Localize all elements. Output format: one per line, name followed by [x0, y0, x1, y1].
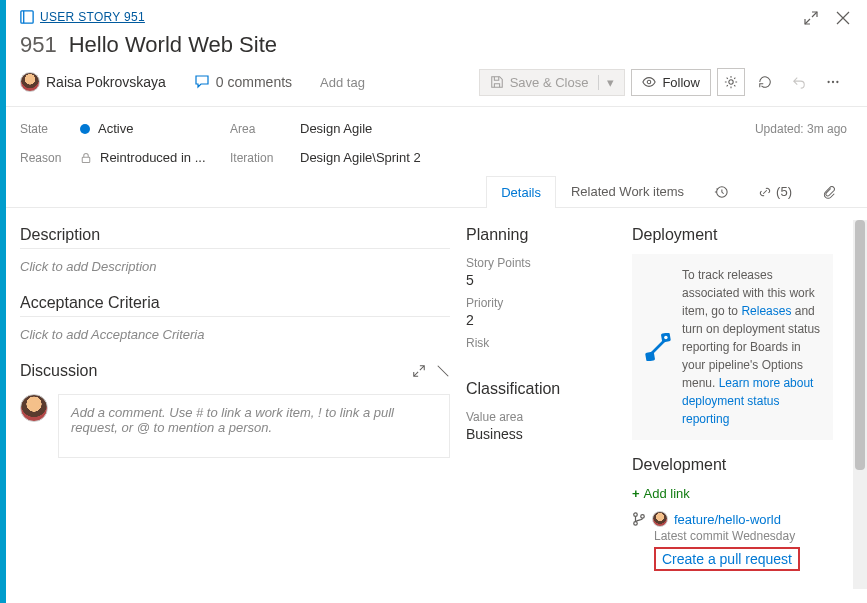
add-tag-button[interactable]: Add tag [320, 75, 365, 90]
refresh-icon [758, 75, 772, 89]
svg-point-13 [634, 522, 638, 526]
branch-icon [632, 512, 646, 526]
planning-heading: Planning [466, 226, 616, 248]
risk-label: Risk [466, 336, 616, 350]
eye-icon [642, 75, 656, 89]
svg-point-5 [832, 81, 834, 83]
reason-value: Reintroduced in ... [100, 150, 206, 165]
scrollbar-thumb[interactable] [855, 220, 865, 470]
save-close-label: Save & Close [510, 75, 589, 90]
save-close-button: Save & Close ▾ [479, 69, 626, 96]
deployment-info-card: To track releases associated with this w… [632, 254, 833, 440]
description-placeholder[interactable]: Click to add Description [20, 253, 450, 288]
svg-rect-1 [23, 11, 24, 23]
acceptance-heading: Acceptance Criteria [20, 294, 450, 317]
discussion-heading: Discussion [20, 362, 97, 380]
scrollbar[interactable] [853, 220, 867, 589]
svg-point-4 [827, 81, 829, 83]
state-picker[interactable]: Active [80, 121, 230, 136]
comment-input[interactable]: Add a comment. Use # to link a work item… [58, 394, 450, 458]
collapse-icon[interactable] [436, 364, 450, 378]
area-label: Area [230, 122, 300, 136]
svg-point-3 [729, 80, 733, 84]
undo-button[interactable] [785, 68, 813, 96]
branch-item[interactable]: feature/hello-world [632, 511, 833, 527]
tab-details[interactable]: Details [486, 176, 556, 208]
add-link-label: Add link [644, 486, 690, 501]
value-area-value[interactable]: Business [466, 426, 616, 442]
work-item-id: 951 [20, 32, 57, 58]
svg-point-11 [664, 336, 668, 340]
tab-links[interactable]: (5) [743, 175, 807, 207]
more-actions-button[interactable] [819, 68, 847, 96]
tab-links-count: (5) [776, 184, 792, 199]
acceptance-placeholder[interactable]: Click to add Acceptance Criteria [20, 321, 450, 356]
development-heading: Development [632, 456, 833, 478]
undo-icon [792, 75, 806, 89]
commit-meta: Latest commit Wednesday [632, 529, 833, 543]
state-value: Active [98, 121, 133, 136]
story-points-value[interactable]: 5 [466, 272, 616, 288]
tab-history[interactable] [699, 175, 743, 207]
priority-value[interactable]: 2 [466, 312, 616, 328]
close-icon[interactable] [835, 10, 851, 29]
follow-button[interactable]: Follow [631, 69, 711, 96]
value-area-label: Value area [466, 410, 616, 424]
work-item-title[interactable]: Hello World Web Site [69, 32, 277, 58]
add-link-button[interactable]: + Add link [632, 486, 833, 501]
svg-rect-0 [21, 11, 33, 23]
classification-heading: Classification [466, 380, 616, 402]
follow-label: Follow [662, 75, 700, 90]
avatar [652, 511, 668, 527]
state-label: State [20, 122, 80, 136]
tab-attachments[interactable] [807, 175, 851, 207]
history-icon [714, 185, 728, 199]
updated-timestamp: Updated: 3m ago [755, 122, 847, 136]
reason-value-wrap[interactable]: Reintroduced in ... [80, 150, 230, 165]
gear-icon [724, 75, 738, 89]
avatar [20, 72, 40, 92]
svg-point-6 [836, 81, 838, 83]
lock-icon [80, 152, 92, 164]
svg-point-2 [648, 80, 652, 84]
svg-point-14 [641, 515, 645, 519]
branch-name: feature/hello-world [674, 512, 781, 527]
state-dot-icon [80, 124, 90, 134]
description-heading: Description [20, 226, 450, 249]
assignee-name: Raisa Pokrovskaya [46, 74, 166, 90]
iteration-value[interactable]: Design Agile\Sprint 2 [300, 150, 755, 165]
avatar [20, 394, 48, 422]
expand-icon[interactable] [412, 364, 426, 378]
breadcrumb-link[interactable]: USER STORY 951 [40, 10, 145, 24]
story-points-label: Story Points [466, 256, 616, 270]
priority-label: Priority [466, 296, 616, 310]
releases-link[interactable]: Releases [741, 304, 791, 318]
settings-button[interactable] [717, 68, 745, 96]
pipeline-icon [644, 333, 672, 361]
iteration-label: Iteration [230, 151, 300, 165]
tab-related[interactable]: Related Work items [556, 175, 699, 207]
user-story-icon [20, 10, 34, 24]
area-value[interactable]: Design Agile [300, 121, 755, 136]
reason-label: Reason [20, 151, 80, 165]
refresh-button[interactable] [751, 68, 779, 96]
assignee-picker[interactable]: Raisa Pokrovskaya [20, 72, 166, 92]
chevron-down-icon: ▾ [598, 75, 614, 90]
create-pr-link[interactable]: Create a pull request [662, 551, 792, 567]
attachment-icon [822, 185, 836, 199]
fullscreen-icon[interactable] [803, 10, 819, 29]
save-icon [490, 75, 504, 89]
svg-rect-7 [82, 157, 90, 162]
plus-icon: + [632, 486, 640, 501]
svg-point-12 [634, 513, 638, 517]
comment-icon [194, 74, 210, 90]
ellipsis-icon [826, 75, 840, 89]
comments-button[interactable]: 0 comments [194, 74, 292, 90]
svg-rect-9 [645, 352, 655, 361]
comments-count: 0 comments [216, 74, 292, 90]
link-icon [758, 185, 772, 199]
deployment-heading: Deployment [632, 226, 833, 248]
